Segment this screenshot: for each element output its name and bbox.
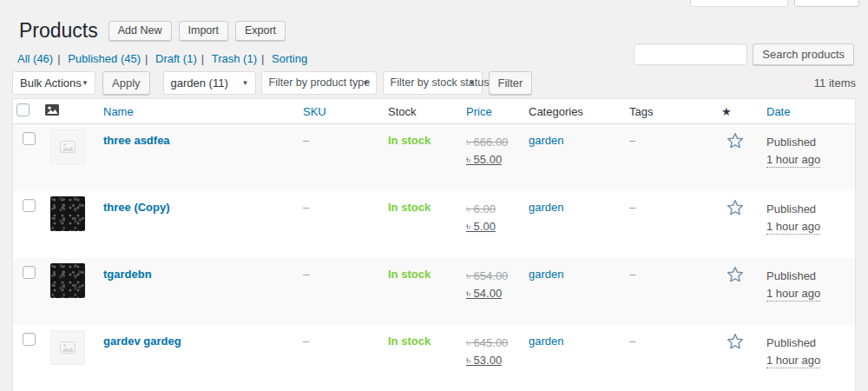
sku-value: – — [299, 124, 385, 191]
post-status: Published — [766, 336, 816, 349]
toggle-featured-star[interactable] — [726, 131, 745, 153]
price-old: ৳ 654.00 — [466, 268, 525, 285]
select-all-checkbox[interactable] — [16, 103, 30, 116]
row-checkbox[interactable] — [23, 333, 36, 346]
view-sorting-link[interactable]: Sorting — [272, 52, 307, 65]
sort-by-sku-header[interactable]: SKU — [303, 105, 326, 118]
star-outline-icon — [726, 198, 745, 217]
view-separator: | — [145, 52, 148, 65]
date-cell: Published 1 hour ago — [763, 191, 855, 258]
toggle-featured-star[interactable] — [726, 198, 745, 220]
import-button[interactable]: Import — [179, 21, 228, 41]
chevron-down-icon: ▼ — [469, 80, 476, 87]
stock-status: In stock — [388, 134, 431, 147]
price-old: ৳ 645.00 — [466, 335, 525, 352]
view-separator: | — [201, 52, 204, 65]
stock-status: In stock — [388, 335, 431, 348]
product-name-link[interactable]: three (Copy) — [103, 201, 170, 214]
page-title: Products — [19, 19, 98, 43]
sku-value: – — [299, 258, 385, 325]
product-thumbnail[interactable] — [50, 196, 85, 231]
date-cell: Published 1 hour ago — [763, 325, 855, 391]
view-draft-link[interactable]: Draft (1) — [155, 52, 197, 65]
date-cell: Published 1 hour ago — [763, 258, 855, 325]
image-icon — [45, 104, 59, 116]
tags-value: – — [626, 258, 718, 325]
toggle-featured-star[interactable] — [726, 265, 745, 287]
price-new: ৳ 53.00 — [466, 352, 525, 369]
sku-value: – — [299, 191, 385, 258]
view-published-link[interactable]: Published (45) — [68, 52, 141, 65]
toggle-featured-star[interactable] — [726, 332, 745, 354]
product-type-filter-select[interactable]: Filter by product type ▼ — [261, 71, 377, 95]
product-thumbnail-placeholder[interactable] — [50, 330, 85, 365]
relative-date: 1 hour ago — [766, 354, 820, 368]
post-status: Published — [766, 136, 816, 149]
placeholder-image-icon — [60, 141, 76, 153]
row-checkbox[interactable] — [23, 266, 36, 279]
tags-column-header: Tags — [626, 105, 718, 118]
chevron-down-icon: ▼ — [242, 80, 249, 87]
row-checkbox[interactable] — [23, 199, 36, 212]
table-row: three asdfea – In stock ৳ 666.00 ৳ 55.00… — [13, 124, 855, 191]
apply-button[interactable]: Apply — [102, 71, 150, 95]
price-value: ৳ 666.00 ৳ 55.00 — [463, 124, 525, 191]
cropped-topbar-input[interactable] — [690, 0, 788, 7]
star-filled-icon: ★ — [721, 105, 732, 118]
sort-by-price-header[interactable]: Price — [466, 105, 492, 118]
table-header-row: Name SKU Stock Price Categories Tags ★ D… — [13, 99, 855, 124]
image-column-header — [42, 104, 100, 119]
cropped-topbar-button[interactable] — [794, 0, 859, 7]
add-new-button[interactable]: Add New — [108, 21, 172, 41]
search-products-button[interactable]: Search products — [753, 43, 854, 65]
view-trash-link[interactable]: Trash (1) — [212, 52, 257, 65]
bulk-actions-select[interactable]: Bulk Actions ▼ — [12, 71, 95, 95]
category-link[interactable]: garden — [529, 201, 563, 214]
categories-column-header: Categories — [525, 105, 626, 118]
row-checkbox[interactable] — [23, 132, 36, 145]
price-value: ৳ 645.00 ৳ 53.00 — [463, 325, 525, 391]
view-separator: | — [57, 52, 60, 65]
post-status: Published — [766, 269, 816, 282]
post-status: Published — [766, 202, 816, 215]
category-filter-label: garden (11) — [171, 76, 228, 89]
category-link[interactable]: garden — [529, 268, 563, 281]
items-count: 11 items — [814, 76, 856, 89]
product-name-link[interactable]: three asdfea — [103, 134, 170, 147]
product-name-link[interactable]: tgardebn — [103, 268, 152, 281]
price-new: ৳ 5.00 — [466, 218, 525, 235]
product-thumbnail-placeholder[interactable] — [50, 129, 85, 164]
view-all-link[interactable]: All (46) — [17, 52, 53, 65]
chevron-down-icon: ▼ — [363, 80, 370, 87]
relative-date: 1 hour ago — [766, 220, 820, 235]
stock-status: In stock — [388, 268, 431, 281]
sort-by-name-header[interactable]: Name — [103, 105, 134, 118]
category-link[interactable]: garden — [529, 335, 563, 348]
category-link[interactable]: garden — [529, 134, 563, 147]
featured-star-column-header: ★ — [718, 105, 763, 118]
search-products-input[interactable] — [634, 43, 747, 65]
price-value: ৳ 6.00 ৳ 5.00 — [463, 191, 525, 258]
category-filter-select[interactable]: garden (11) ▼ — [163, 71, 256, 95]
sort-by-date-header[interactable]: Date — [766, 105, 790, 118]
export-button[interactable]: Export — [235, 21, 286, 41]
stock-status-filter-select[interactable]: Filter by stock status ▼ — [383, 71, 483, 95]
placeholder-image-icon — [60, 341, 76, 354]
chevron-down-icon: ▼ — [82, 80, 89, 87]
tags-value: – — [626, 191, 718, 258]
search-box: Search products — [634, 43, 854, 65]
price-new: ৳ 55.00 — [466, 151, 525, 169]
star-outline-icon — [726, 131, 745, 150]
table-row: three (Copy) – In stock ৳ 6.00 ৳ 5.00 ga… — [13, 191, 855, 258]
tags-value: – — [626, 124, 718, 191]
relative-date: 1 hour ago — [766, 287, 820, 302]
product-name-link[interactable]: gardev gardeg — [103, 335, 181, 348]
filter-button[interactable]: Filter — [489, 71, 533, 95]
sku-value: – — [299, 325, 385, 391]
star-outline-icon — [726, 332, 745, 351]
price-old: ৳ 666.00 — [466, 134, 525, 151]
price-new: ৳ 54.00 — [466, 285, 525, 302]
product-thumbnail[interactable] — [50, 263, 85, 298]
price-old: ৳ 6.00 — [466, 201, 525, 218]
price-value: ৳ 654.00 ৳ 54.00 — [463, 258, 525, 325]
